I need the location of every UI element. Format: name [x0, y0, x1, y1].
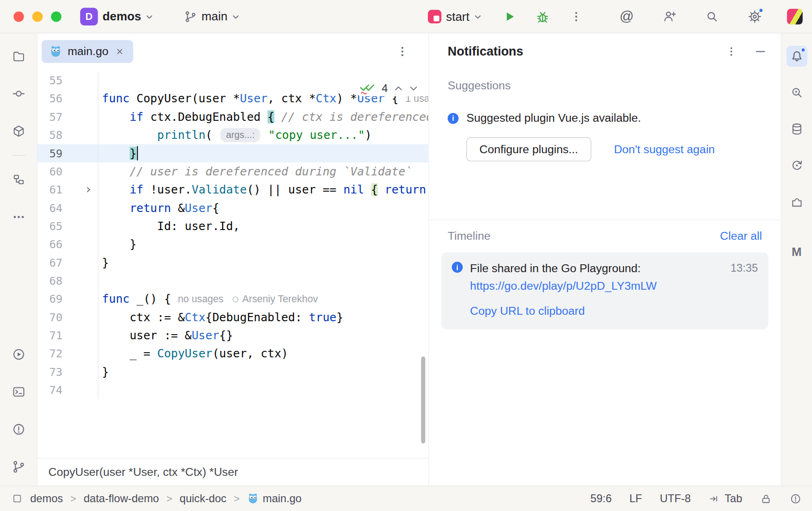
context-signature-bar[interactable]: CopyUser(user *User, ctx *Ctx) *User: [37, 458, 428, 486]
gradle-tool-icon[interactable]: [786, 155, 807, 176]
find-tool-icon[interactable]: [786, 82, 807, 103]
editor-scrollbar[interactable]: [421, 356, 425, 443]
code-editor[interactable]: 5556func CopyUser(user *User, ctx *Ctx) …: [37, 70, 428, 458]
code-line[interactable]: 60 // user is dereferenced during `Valid…: [37, 162, 428, 181]
checks-passed-icon: [360, 81, 375, 95]
notifications-status-icon[interactable]: [790, 492, 802, 505]
code-segment: Ctx: [185, 311, 206, 324]
playground-url-link[interactable]: https://go.dev/play/p/U2pD_LY3mLW: [470, 280, 758, 293]
editor-tab-maingo[interactable]: main.go: [42, 40, 133, 63]
prev-problem-icon[interactable]: [394, 85, 403, 91]
dont-suggest-link[interactable]: Don't suggest again: [614, 143, 715, 156]
code-segment: !user.: [144, 183, 192, 196]
statusbar-square-icon[interactable]: [12, 493, 23, 505]
search-everywhere-icon[interactable]: [702, 6, 723, 27]
hide-panel-icon[interactable]: [752, 43, 769, 60]
notifications-tool-icon[interactable]: [786, 46, 807, 67]
fold-chevron-icon[interactable]: [62, 181, 98, 199]
code-text: user := &User{}: [98, 326, 428, 344]
code-segment: User: [192, 329, 219, 342]
code-segment: _() {: [130, 293, 178, 305]
left-stripe-bottom: [8, 344, 29, 477]
file-encoding[interactable]: UTF-8: [660, 492, 691, 505]
project-widget[interactable]: D demos: [75, 5, 158, 29]
code-line[interactable]: 71 user := &User{}: [37, 326, 428, 344]
code-line[interactable]: 61 if !user.Validate() || user == nil { …: [37, 181, 428, 199]
plugins-tool-icon[interactable]: [786, 192, 807, 212]
code-line[interactable]: 69func _() { no usagesArseniy Terekhov: [37, 290, 428, 308]
code-line[interactable]: 59 }: [37, 144, 428, 162]
inspections-widget[interactable]: 4: [358, 80, 420, 96]
code-line[interactable]: 70 ctx := &Ctx{DebugEnabled: true}: [37, 308, 428, 326]
fullscreen-window-button[interactable]: [51, 11, 61, 21]
fold-gutter: [62, 162, 98, 181]
code-segment: args...:: [220, 128, 261, 142]
code-text: println( args...: "copy user..."): [98, 126, 428, 144]
code-segment: func: [102, 293, 130, 305]
more-tool-windows-icon[interactable]: [8, 206, 29, 227]
code-line[interactable]: 73}: [37, 363, 428, 381]
line-number: 60: [37, 165, 62, 178]
breadcrumb: demos > data-flow-demo > quick-doc > mai…: [12, 492, 302, 505]
problems-tool-icon[interactable]: [8, 419, 29, 440]
maven-tool-icon[interactable]: M: [786, 242, 807, 262]
next-problem-icon[interactable]: [409, 85, 418, 91]
readonly-toggle-icon[interactable]: [760, 492, 772, 505]
code-segment: nil: [344, 183, 364, 196]
configure-plugins-button[interactable]: Configure plugins...: [466, 137, 591, 162]
breadcrumb-separator: >: [234, 492, 240, 505]
code-with-me-icon[interactable]: [659, 6, 680, 27]
services-tool-icon[interactable]: [8, 344, 29, 365]
modules-tool-icon[interactable]: [8, 121, 29, 142]
code-segment: }: [130, 147, 137, 160]
breadcrumb-item-file[interactable]: main.go: [247, 492, 302, 505]
breadcrumb-item[interactable]: data-flow-demo: [84, 492, 159, 505]
copy-url-link[interactable]: Copy URL to clipboard: [470, 305, 758, 318]
code-line[interactable]: 72 _ = CopyUser(user, ctx): [37, 344, 428, 362]
editor-tab-bar: main.go: [37, 33, 428, 70]
code-segment: Validate: [192, 183, 247, 196]
code-line[interactable]: 66 }: [37, 235, 428, 253]
tab-filename: main.go: [68, 45, 108, 58]
version-control-tool-icon[interactable]: [8, 456, 29, 477]
code-lines: 5556func CopyUser(user *User, ctx *Ctx) …: [37, 71, 428, 399]
code-line[interactable]: 68: [37, 272, 428, 290]
terminal-tool-icon[interactable]: [8, 381, 29, 402]
breadcrumb-item[interactable]: quick-doc: [180, 492, 226, 505]
code-line[interactable]: 58 println( args...: "copy user..."): [37, 126, 428, 144]
code-line[interactable]: 64 return &User{: [37, 199, 428, 217]
line-number: 70: [37, 311, 62, 324]
indent-widget[interactable]: Tab: [708, 492, 742, 505]
structure-tool-icon[interactable]: [8, 169, 29, 190]
commit-tool-icon[interactable]: [8, 83, 29, 104]
minimize-window-button[interactable]: [32, 11, 43, 21]
branch-widget[interactable]: main: [179, 6, 245, 26]
code-line[interactable]: 67}: [37, 254, 428, 272]
code-segment: [275, 110, 281, 123]
project-tool-icon[interactable]: [8, 46, 29, 67]
panel-options-icon[interactable]: [723, 43, 740, 60]
fold-gutter: [62, 363, 98, 381]
close-tab-icon[interactable]: [114, 46, 126, 57]
editor-options-icon[interactable]: [392, 41, 413, 62]
code-line[interactable]: 57 if ctx.DebugEnabled { // ctx is deref…: [37, 108, 428, 126]
ai-assistant-icon[interactable]: @: [616, 6, 637, 27]
notifications-header: Notifications: [429, 33, 781, 70]
info-icon: i: [448, 112, 459, 124]
run-button[interactable]: [499, 6, 520, 27]
settings-gear-icon[interactable]: [744, 6, 765, 27]
cursor-position[interactable]: 59:6: [590, 492, 612, 505]
code-segment: [102, 110, 130, 123]
breadcrumb-item[interactable]: demos: [30, 492, 63, 505]
code-line[interactable]: 65 Id: user.Id,: [37, 217, 428, 235]
clear-all-link[interactable]: Clear all: [720, 230, 762, 243]
run-config-selector[interactable]: start: [423, 6, 487, 27]
close-window-button[interactable]: [13, 11, 24, 21]
more-run-actions-icon[interactable]: [566, 6, 587, 27]
line-number: 61: [37, 183, 62, 196]
user-avatar[interactable]: [787, 9, 803, 25]
line-separator[interactable]: LF: [629, 492, 642, 505]
database-tool-icon[interactable]: [786, 118, 807, 139]
debug-button[interactable]: [532, 6, 553, 27]
code-line[interactable]: 74: [37, 381, 428, 399]
